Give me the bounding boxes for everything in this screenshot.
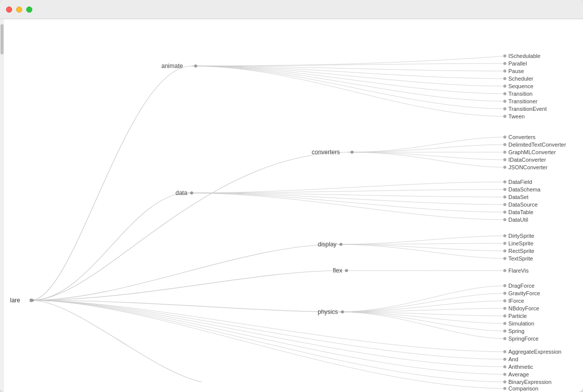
leaf-label: Spring [508,328,524,334]
leaf-dot [503,203,506,206]
physics-node [341,310,344,313]
leaf-label: BinaryExpression [508,379,552,385]
leaf-dot [503,92,506,95]
leaf-dot [503,100,506,103]
leaf-label: DataTable [508,209,534,215]
leaf-label: Comparison [508,385,538,391]
leaf-label: Parallel [508,60,527,67]
leaf-label: Average [508,371,529,377]
leaf-dot [503,269,506,272]
leaf-dot [503,211,506,214]
leaf-label: Arithmetic [508,364,533,370]
leaf-label: Simulation [508,320,534,326]
tree-chart: lare animate converters data display fle… [0,19,583,392]
leaf-label: JSONConverter [508,164,548,170]
leaf-dot [503,387,506,390]
leaf-label: And [508,356,518,362]
leaf-label: GravityForce [508,290,540,296]
leaf-dot [503,158,506,161]
leaf-dot [503,136,506,139]
leaf-label: NBdoyForce [508,305,539,311]
leaf-label: ISchedulable [508,53,541,59]
leaf-label: Converters [508,134,536,140]
data-node [190,191,193,194]
leaf-dot [503,107,506,110]
leaf-dot [503,54,506,57]
leaf-label: TextSprite [508,255,533,262]
leaf-label: AggregateExpression [508,349,561,355]
leaf-dot [503,180,506,183]
close-button[interactable] [6,7,12,13]
leaf-label: Scheduler [508,76,534,82]
leaf-dot [503,358,506,361]
leaf-label: DataSchema [508,186,541,192]
leaf-label: SpringForce [508,336,539,342]
leaf-label: FlareVis [508,268,529,274]
display-label: display [318,241,336,248]
leaf-dot [503,143,506,146]
leaf-label: Transitioner [508,98,538,104]
leaf-dot [503,234,506,237]
maximize-button[interactable] [26,7,32,13]
leaf-dot [503,284,506,287]
leaf-label: DataSet [508,194,529,200]
leaf-dot [503,292,506,295]
leaf-dot [503,322,506,325]
leaf-label: IDataConverter [508,157,546,163]
main-window: lare animate converters data display fle… [0,0,583,392]
leaf-dot [503,330,506,333]
leaf-dot [503,115,506,118]
leaf-dot [503,373,506,376]
leaf-dot [503,166,506,169]
leaf-label: Transition [508,91,533,97]
leaf-dot [503,249,506,252]
animate-label: animate [161,62,183,70]
physics-label: physics [318,308,338,315]
leaf-label: DirtySprite [508,233,534,239]
flex-node [345,269,348,272]
leaf-dot [503,77,506,80]
converters-label: converters [312,149,340,156]
data-label: data [176,189,188,197]
leaf-label: RectSprite [508,248,534,254]
leaf-dot [503,70,506,73]
leaf-label: LineSprite [508,240,534,246]
leaf-label: GraphMLConverter [508,149,556,155]
leaf-dot [503,337,506,340]
leaf-label: Pause [508,68,524,74]
leaf-label: Sequence [508,83,534,89]
root-label: lare [10,297,20,304]
leaf-dot [503,350,506,353]
leaf-label: Particle [508,313,527,319]
leaf-dot [503,151,506,154]
leaf-dot [503,85,506,88]
chart-area: lare animate converters data display fle… [0,19,583,392]
svg-point-0 [32,299,34,302]
leaf-dot [503,299,506,302]
leaf-dot [503,314,506,317]
leaf-dot [503,218,506,221]
leaf-label: DelimitedTextConverter [508,142,566,148]
flex-label: flex [333,267,342,274]
animate-node [194,64,197,68]
leaf-dot [503,242,506,245]
leaf-label: IForce [508,298,524,304]
leaf-dot [503,365,506,368]
leaf-label: DataUtil [508,217,528,223]
leaf-dot [503,380,506,383]
titlebar [0,0,583,19]
leaf-dot [503,307,506,310]
leaf-label: Tween [508,113,524,119]
leaf-dot [503,257,506,260]
minimize-button[interactable] [16,7,22,13]
display-node [339,243,342,246]
leaf-dot [503,62,506,65]
leaf-label: TransitionEvent [508,106,547,112]
leaf-dot [503,195,506,199]
leaf-label: DataSource [508,202,538,208]
leaf-label: DragForce [508,283,535,289]
leaf-label: DataField [508,179,532,185]
leaf-dot [503,188,506,191]
converters-node [351,151,354,154]
